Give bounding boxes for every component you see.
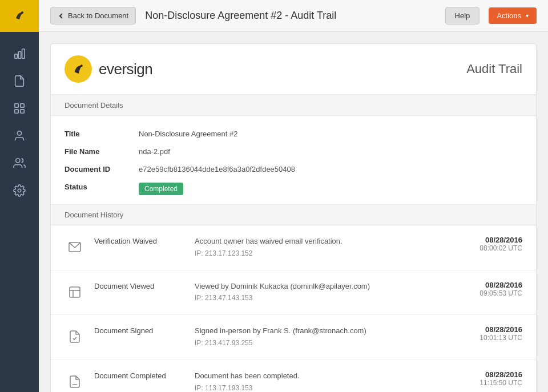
history-label: Verification Waived: [94, 236, 186, 245]
brand-area: eversign: [65, 55, 152, 83]
brand-name: eversign: [99, 60, 152, 78]
sidebar-item-settings[interactable]: [0, 178, 39, 203]
sidebar-item-dashboard[interactable]: [0, 41, 39, 66]
document-details: Title Non-Disclosure Agreement #2 File N…: [51, 116, 536, 204]
chart-icon: [13, 47, 26, 60]
status-label: Status: [65, 183, 139, 191]
chevron-left-icon: [58, 13, 65, 19]
content-area: eversign Audit Trail Document Details Ti…: [39, 32, 548, 392]
history-icon-complete: [65, 371, 85, 392]
svg-point-11: [18, 189, 21, 192]
chevron-down-icon: ▾: [526, 13, 529, 19]
sidebar: [0, 0, 39, 392]
team-icon: [13, 157, 26, 169]
history-date-value: 08/28/2016: [480, 325, 522, 334]
history-item: Document Completed Document has been com…: [51, 360, 536, 392]
history-date: 08/28/2016 11:15:50 UTC: [480, 370, 522, 387]
history-label: Document Signed: [94, 325, 186, 335]
docid-value: e72e59cfb8136044dde1e8f6a3a0f2dfdee50408: [139, 165, 295, 173]
history-ip: IP: 213.47.143.153: [195, 294, 252, 302]
history-date-value: 08/28/2016: [480, 370, 522, 379]
actions-button[interactable]: Actions ▾: [489, 7, 537, 24]
history-icon-email: [65, 237, 85, 257]
svg-rect-5: [15, 104, 18, 107]
history-ip: IP: 113.17.193.153: [195, 384, 252, 392]
file-icon: [13, 75, 26, 87]
status-badge: Completed: [139, 183, 183, 195]
svg-rect-2: [15, 54, 18, 58]
history-section-header: Document History: [51, 204, 536, 225]
history-description: Document has been completed. IP: 113.17.…: [195, 370, 470, 392]
person-icon: [13, 130, 26, 142]
svg-rect-8: [21, 110, 24, 113]
sidebar-item-team[interactable]: [0, 151, 39, 176]
history-date-value: 08/28/2016: [480, 236, 522, 244]
history-description: Viewed by Dominik Kukacka (dominlk@apila…: [195, 281, 470, 305]
history-date-value: 08/28/2016: [480, 281, 522, 289]
svg-rect-7: [15, 110, 18, 113]
history-icon-view: [65, 282, 85, 302]
history-date: 08/28/2016 10:01:13 UTC: [480, 325, 522, 342]
filename-label: File Name: [65, 147, 139, 156]
back-button[interactable]: Back to Document: [50, 7, 136, 25]
help-button[interactable]: Help: [445, 7, 480, 25]
help-button-label: Help: [455, 11, 470, 20]
logo-icon: [10, 7, 29, 25]
svg-rect-6: [21, 104, 24, 107]
page-title: Non-Disclosure Agreement #2 - Audit Trai…: [145, 10, 436, 22]
detail-row-docid: Document ID e72e59cfb8136044dde1e8f6a3a0…: [65, 160, 522, 178]
audit-trail-label: Audit Trail: [466, 62, 522, 76]
audit-card: eversign Audit Trail Document Details Ti…: [50, 43, 537, 392]
docid-label: Document ID: [65, 165, 139, 173]
history-ip: IP: 213.417.93.255: [195, 339, 252, 347]
history-ip: IP: 213.17.123.152: [195, 249, 252, 257]
title-value: Non-Disclosure Agreement #2: [139, 130, 237, 138]
svg-point-9: [17, 131, 21, 135]
sidebar-item-contacts[interactable]: [0, 123, 39, 148]
svg-point-12: [80, 64, 83, 67]
history-time-value: 09:05:53 UTC: [480, 289, 522, 297]
eversign-logo-circle: [65, 55, 92, 83]
history-date: 08/28/2016 09:05:53 UTC: [480, 281, 522, 297]
svg-rect-14: [70, 287, 80, 297]
history-time-value: 10:01:13 UTC: [480, 334, 522, 342]
history-item: Verification Waived Account owner has wa…: [51, 225, 536, 270]
details-section-header: Document Details: [51, 95, 536, 116]
gear-icon: [13, 184, 26, 197]
svg-point-1: [21, 11, 23, 14]
sidebar-item-templates[interactable]: [0, 96, 39, 121]
sidebar-item-documents[interactable]: [0, 68, 39, 94]
history-icon-sign: [65, 326, 85, 347]
svg-rect-4: [22, 49, 25, 59]
back-button-label: Back to Document: [68, 11, 128, 20]
history-items: Verification Waived Account owner has wa…: [51, 225, 536, 392]
history-label: Document Viewed: [94, 281, 186, 290]
svg-rect-3: [18, 51, 21, 58]
history-time-value: 08:00:02 UTC: [480, 244, 522, 252]
history-item: Document Viewed Viewed by Dominik Kukack…: [51, 270, 536, 316]
title-label: Title: [65, 130, 139, 138]
history-item: Document Signed Signed in-person by Fran…: [51, 315, 536, 360]
history-time-value: 11:15:50 UTC: [480, 379, 522, 387]
filename-value: nda-2.pdf: [139, 147, 170, 156]
template-icon: [13, 102, 26, 115]
detail-row-title: Title Non-Disclosure Agreement #2: [65, 125, 522, 143]
detail-row-filename: File Name nda-2.pdf: [65, 143, 522, 160]
sidebar-logo: [0, 0, 39, 32]
history-label: Document Completed: [94, 370, 186, 380]
actions-button-label: Actions: [497, 11, 521, 20]
audit-header: eversign Audit Trail: [51, 44, 536, 95]
history-description: Account owner has waived email verificat…: [195, 236, 470, 260]
main-area: Back to Document Non-Disclosure Agreemen…: [39, 0, 548, 392]
eversign-logo-icon: [71, 62, 86, 76]
sidebar-nav: [0, 32, 39, 203]
history-date: 08/28/2016 08:00:02 UTC: [480, 236, 522, 252]
svg-point-10: [16, 159, 20, 163]
topbar: Back to Document Non-Disclosure Agreemen…: [39, 0, 548, 32]
history-description: Signed in-person by Frank S. (frank@stro…: [195, 325, 470, 349]
detail-row-status: Status Completed: [65, 178, 522, 200]
